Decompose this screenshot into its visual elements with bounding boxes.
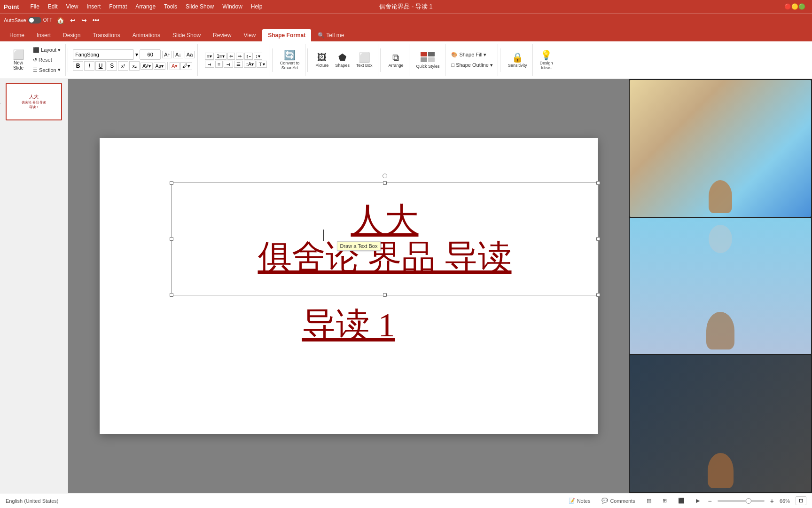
character-spacing-button[interactable]: AV▾ [141,63,153,70]
picture-button[interactable]: 🖼 Picture [312,47,331,74]
convert-smartart-button[interactable]: 🔄 Convert toSmartArt [277,47,303,74]
new-slide-button[interactable]: ⬜ NewSlide [7,47,30,74]
increase-indent-button[interactable]: ⇒ [236,53,243,60]
undo-button[interactable]: ↩ [68,16,78,25]
menu-tools[interactable]: Tools [160,2,181,11]
decrease-indent-button[interactable]: ⇐ [227,53,235,60]
align-center-button[interactable]: ≡ [215,61,223,68]
strikethrough-button[interactable]: S [107,61,117,71]
zoom-thumb[interactable] [746,498,751,504]
text-direction-button[interactable]: ↕A▾ [244,61,256,68]
section-button[interactable]: ☰ Section ▾ [31,65,62,75]
ribbon-toolbar: ⬜ NewSlide ⬛ Layout ▾ ↺ Reset ☰ Section … [0,41,812,79]
menu-help[interactable]: Help [247,2,266,11]
justify-button[interactable]: ☰ [234,61,243,68]
tab-insert[interactable]: Insert [31,29,56,41]
menu-arrange[interactable]: Arrange [132,2,159,11]
tab-view[interactable]: View [238,29,261,41]
video-panel [629,79,812,493]
rotate-handle[interactable] [383,174,387,178]
menu-window[interactable]: Window [219,2,246,11]
change-case-button[interactable]: Aa▾ [154,63,165,70]
sensitivity-label: Sensitivity [508,63,527,68]
reset-button[interactable]: ↺ Reset [31,56,62,65]
zoom-out-button[interactable]: − [708,497,712,505]
tab-review[interactable]: Review [207,29,237,41]
clear-format-button[interactable]: Aa [185,51,195,58]
shapes-button[interactable]: ⬟ Shapes [332,47,352,74]
tab-slideshow[interactable]: Slide Show [167,29,206,41]
align-left-button[interactable]: ⫤ [205,61,214,68]
increase-font-button[interactable]: A↑ [162,51,172,58]
superscript-button[interactable]: x² [118,61,128,71]
bold-button[interactable]: B [73,61,83,71]
slide-text-line2: 俱舍论 界品 导读 [258,239,512,276]
number-list-button[interactable]: 1≡▾ [215,53,226,60]
font-name-input[interactable] [73,49,134,60]
layout-button[interactable]: ⬛ Layout ▾ [31,46,62,55]
decrease-font-button[interactable]: A↓ [173,51,183,58]
align-right-button[interactable]: ⫥ [224,61,233,68]
zoom-slider[interactable] [718,500,765,502]
home-button[interactable]: 🏠 [55,16,66,25]
text-align-button[interactable]: ⊤▾ [257,61,267,68]
menu-file[interactable]: File [27,2,43,11]
presenter-view-button[interactable]: ▶ [693,497,703,505]
columns-button[interactable]: ⫿▾ [244,53,253,60]
fit-slide-button[interactable]: ⊡ [796,496,806,505]
font-color-button[interactable]: A▾ [170,62,180,70]
shape-format-group: 🎨 Shape Fill ▾ □ Shape Outline ▾ [446,44,498,76]
menu-format[interactable]: Format [105,2,131,11]
slide-thumbnail-1[interactable]: 1 人大 俱舍论 界品 导读 导读 1 [6,83,62,120]
tab-tell-me[interactable]: 🔍 Tell me [312,29,350,41]
design-ideas-button[interactable]: 💡 DesignIdeas [537,47,555,74]
slide-number-1: 1 [0,99,1,104]
slides-thumbnail-list: 1 人大 俱舍论 界品 导读 导读 1 [0,79,68,493]
notes-icon: 📝 [569,498,575,504]
arrange-button[interactable]: ⧉ Arrange [385,47,406,74]
sep3 [272,48,273,72]
subscript-button[interactable]: x₂ [129,61,140,71]
slide-sorter-button[interactable]: ⊞ [660,497,670,505]
menu-edit[interactable]: Edit [44,2,62,11]
menu-insert[interactable]: Insert [83,2,104,11]
tab-shape-format[interactable]: Shape Format [262,29,311,41]
slide-text-below: 导读 1 [100,302,598,348]
tab-home[interactable]: Home [4,29,30,41]
notes-button[interactable]: 📝 Notes [566,497,593,505]
comments-button[interactable]: 💬 Comments [599,497,638,505]
font-size-input[interactable] [140,49,161,60]
more-options-button[interactable]: ••• [91,16,102,25]
tab-design[interactable]: Design [57,29,86,41]
sensitivity-button[interactable]: 🔒 Sensitivity [505,47,530,74]
language-status: English (United States) [6,498,59,504]
bullet-list-button[interactable]: ≡▾ [205,53,214,60]
zoom-level: 66% [780,498,790,504]
shape-outline-button[interactable]: □ Shape Outline ▾ [449,61,494,70]
slide-group: ⬜ NewSlide ⬛ Layout ▾ ↺ Reset ☰ Section … [4,44,66,76]
autosave-toggle[interactable] [28,17,41,24]
tab-animations[interactable]: Animations [127,29,166,41]
normal-view-button[interactable]: ▤ [644,497,654,505]
zoom-in-button[interactable]: + [770,497,774,505]
shape-fill-button[interactable]: 🎨 Shape Fill ▾ [449,50,488,60]
arrange-group: ⧉ Arrange [383,44,409,76]
redo-button[interactable]: ↪ [79,16,89,25]
menu-slideshow[interactable]: Slide Show [182,2,218,11]
textbox-button[interactable]: ⬜ Text Box [353,47,375,74]
tooltip-draw-textbox: Draw a Text Box [337,241,381,251]
line-spacing-button[interactable]: ↕▾ [254,53,262,60]
italic-button[interactable]: I [84,61,94,71]
menu-view[interactable]: View [62,2,82,11]
slide-canvas-area[interactable]: 人大 俱舍论 界品 导读 导读 1 Draw a Text Box [68,79,629,493]
sep4 [307,48,308,72]
underline-button[interactable]: U [95,61,106,71]
video-feed-1 [630,80,811,217]
highlight-button[interactable]: 🖊▾ [180,62,192,70]
tab-transitions[interactable]: Transitions [87,29,125,41]
slide-text-content[interactable]: 人大 俱舍论 界品 导读 [171,183,599,295]
comments-icon: 💬 [601,498,608,504]
quick-styles-button[interactable]: Quick Styles [413,47,442,74]
reading-view-button[interactable]: ⬛ [675,497,687,505]
app-name: Point [4,3,19,10]
